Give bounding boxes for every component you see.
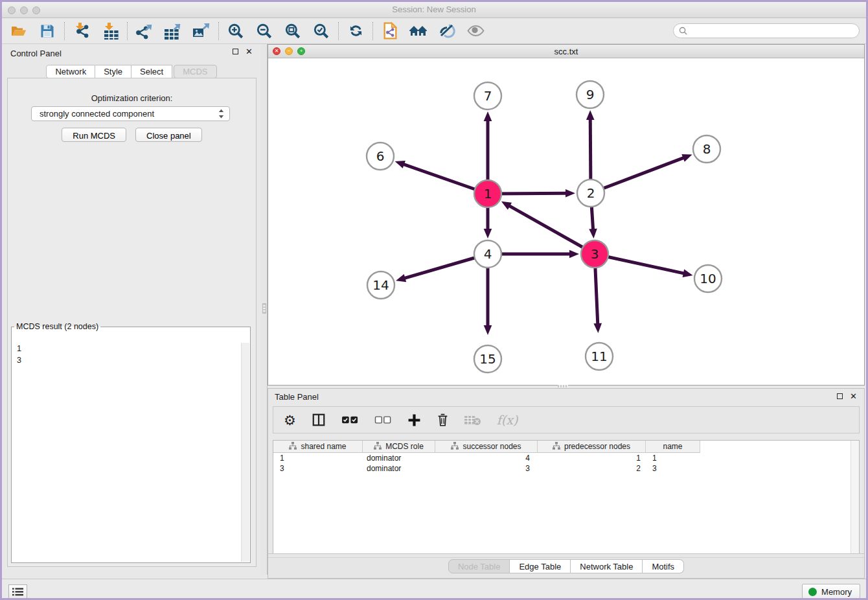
network-window-titlebar[interactable]: ✕ − + scc.txt [268, 45, 864, 58]
horizontal-splitter-grip-icon[interactable] [558, 385, 568, 387]
toolbar-separator [372, 22, 373, 40]
application-window: Session: New Session Control Panel ✕ [0, 0, 868, 600]
table-toolbar: ⚙ f(x) [273, 406, 860, 433]
table-cell: dominator [363, 464, 435, 473]
tab-motifs[interactable]: Motifs [643, 559, 684, 573]
mcds-panel: Optimization criterion: strongly connect… [7, 78, 257, 567]
optimization-criterion-select[interactable]: strongly connected component [31, 106, 230, 121]
zoom-selected-icon[interactable] [311, 21, 332, 41]
memory-button[interactable]: Memory [802, 584, 860, 599]
import-network-icon[interactable] [71, 21, 92, 41]
tab-select[interactable]: Select [131, 65, 172, 78]
hide-graphics-icon[interactable] [437, 21, 457, 41]
toolbar-separator [218, 22, 219, 40]
mcds-result-list[interactable]: 13 [12, 343, 249, 562]
column-header-successor-nodes[interactable]: successor nodes [435, 441, 538, 453]
graph-node-11[interactable]: 11 [586, 343, 613, 370]
function-builder-icon[interactable]: f(x) [497, 413, 518, 427]
export-network-icon[interactable] [134, 21, 155, 41]
import-table-icon[interactable] [100, 21, 120, 41]
zoom-in-icon[interactable] [225, 21, 246, 41]
refresh-icon[interactable] [345, 21, 366, 41]
network-graph[interactable]: 7968124314101511 [268, 58, 864, 385]
gear-icon[interactable]: ⚙ [284, 413, 296, 427]
open-folder-icon[interactable] [8, 21, 29, 41]
graph-node-2[interactable]: 2 [577, 179, 604, 207]
tab-network-table[interactable]: Network Table [571, 559, 643, 573]
close-table-panel-icon[interactable]: ✕ [850, 393, 857, 399]
graph-node-4[interactable]: 4 [474, 240, 501, 268]
select-all-icon[interactable] [341, 415, 359, 425]
graph-node-8[interactable]: 8 [693, 135, 720, 163]
svg-text:6: 6 [376, 148, 385, 164]
column-header-name[interactable]: name [646, 441, 700, 453]
graph-node-3[interactable]: 3 [581, 240, 608, 268]
graph-node-1[interactable]: 1 [474, 180, 501, 207]
edge-arrowhead-icon [484, 111, 492, 121]
add-column-icon[interactable] [407, 413, 421, 427]
export-table-icon[interactable] [163, 21, 183, 41]
column-header-predecessor-nodes[interactable]: predecessor nodes [538, 441, 646, 453]
close-panel-icon[interactable]: ✕ [246, 49, 253, 54]
tab-edge-table[interactable]: Edge Table [510, 559, 571, 573]
svg-text:4: 4 [484, 246, 492, 262]
table-row[interactable]: 1dominator411 [273, 453, 859, 463]
network-canvas[interactable]: 7968124314101511 [268, 58, 864, 385]
table-scrollbar[interactable] [851, 441, 859, 554]
edge-3-1[interactable] [508, 205, 595, 254]
home-icon[interactable] [408, 21, 429, 41]
mcds-result-item[interactable]: 1 [12, 343, 249, 354]
result-scrollbar[interactable] [241, 343, 249, 562]
table-cell: 1 [646, 454, 700, 463]
graph-node-15[interactable]: 15 [474, 345, 501, 373]
node-table[interactable]: shared nameMCDS rolesuccessor nodesprede… [273, 440, 860, 555]
sort-hierarchy-icon [451, 442, 459, 452]
run-mcds-button[interactable]: Run MCDS [62, 128, 126, 142]
column-header-shared-name[interactable]: shared name [273, 441, 363, 453]
table-cell: 1 [273, 454, 363, 463]
close-panel-button[interactable]: Close panel [135, 128, 202, 142]
splitter-grip-icon[interactable] [262, 303, 266, 314]
task-history-button[interactable] [8, 584, 27, 599]
tab-network[interactable]: Network [46, 65, 95, 78]
graph-node-10[interactable]: 10 [694, 265, 722, 292]
tab-mcds[interactable]: MCDS [174, 65, 216, 78]
network-doc-icon[interactable] [380, 21, 400, 41]
delete-table-icon[interactable] [464, 415, 481, 426]
svg-text:10: 10 [700, 271, 716, 286]
table-panel-title: Table Panel [275, 392, 319, 402]
edge-2-8[interactable] [591, 157, 684, 193]
table-panel: Table Panel ✕ ⚙ f(x) shared nameMCDS rol… [268, 388, 865, 579]
deselect-all-icon[interactable] [374, 415, 392, 425]
table-body: 1dominator4113dominator323 [273, 453, 859, 474]
save-icon[interactable] [37, 21, 58, 41]
svg-text:1: 1 [484, 186, 492, 202]
graph-node-9[interactable]: 9 [577, 81, 604, 108]
mcds-result-item[interactable]: 3 [12, 354, 249, 366]
panel-splitter[interactable] [261, 44, 268, 575]
tab-node-table[interactable]: Node Table [448, 559, 510, 573]
zoom-fit-icon[interactable] [282, 21, 303, 41]
export-image-icon[interactable] [191, 21, 212, 41]
table-row[interactable]: 3dominator323 [273, 463, 859, 474]
graph-node-14[interactable]: 14 [367, 271, 394, 299]
search-input[interactable] [687, 25, 859, 37]
delete-column-icon[interactable] [437, 413, 449, 427]
column-header-MCDS-role[interactable]: MCDS role [363, 441, 435, 453]
split-panel-icon[interactable] [312, 413, 326, 427]
search-field[interactable] [673, 23, 860, 38]
float-table-panel-icon[interactable] [837, 393, 843, 399]
sort-hierarchy-icon [374, 442, 382, 452]
svg-text:9: 9 [586, 87, 595, 102]
titlebar: Session: New Session [2, 2, 866, 18]
status-bar: Memory [2, 579, 866, 598]
graph-node-6[interactable]: 6 [367, 143, 394, 170]
tab-style[interactable]: Style [95, 65, 131, 78]
eye-icon[interactable] [465, 21, 486, 41]
window-title: Session: New Session [2, 5, 866, 14]
zoom-out-icon[interactable] [254, 21, 275, 41]
table-panel-header: Table Panel ✕ [268, 389, 864, 404]
float-panel-icon[interactable] [233, 49, 238, 54]
graph-node-7[interactable]: 7 [474, 82, 501, 110]
network-window-title: scc.txt [268, 47, 864, 56]
